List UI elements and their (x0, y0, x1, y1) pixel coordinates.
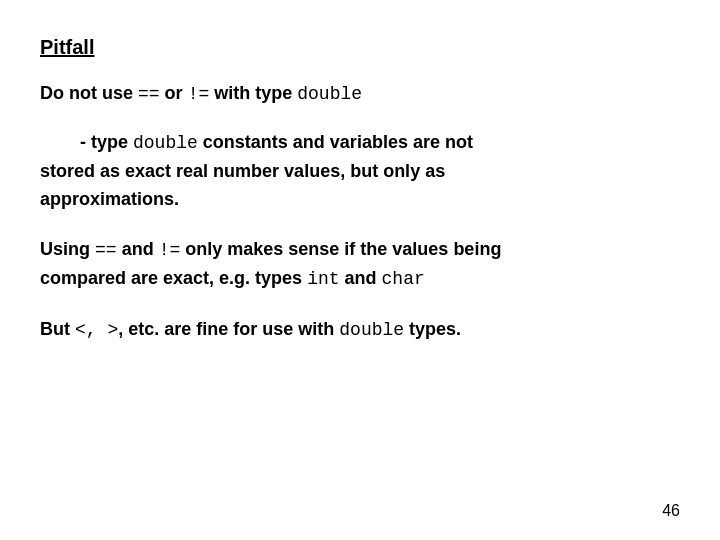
line3-type2: char (382, 269, 425, 289)
line3-line2: compared are exact, e.g. types (40, 268, 307, 288)
line3-prefix: Using (40, 239, 95, 259)
line1-connector: or (160, 83, 188, 103)
line4-prefix: But (40, 319, 75, 339)
line3-connector: and (117, 239, 159, 259)
line3-op1: == (95, 240, 117, 260)
line3-op2: != (159, 240, 181, 260)
block1-line3: approximations. (40, 186, 680, 214)
line1-type: double (297, 84, 362, 104)
line3-type1: int (307, 269, 339, 289)
line1-suffix: with type (209, 83, 297, 103)
line4-suffix: , etc. are fine for use with (118, 319, 339, 339)
line4-type: double (339, 320, 404, 340)
line1-op2: != (188, 84, 210, 104)
line1-prefix: Do not use (40, 83, 138, 103)
block1-rest: constants and variables are not (198, 132, 473, 152)
line3-middle: and (340, 268, 382, 288)
line1-op1: == (138, 84, 160, 104)
page-number: 46 (662, 502, 680, 520)
block1-type: double (133, 133, 198, 153)
block1-indent-line: - type double constants and variables ar… (80, 132, 473, 152)
slide-title: Pitfall (40, 36, 680, 59)
line3-suffix: only makes sense if the values being (180, 239, 501, 259)
line4-end: types. (404, 319, 461, 339)
block1-line2: stored as exact real number values, but … (40, 158, 680, 186)
line4-ops: <, > (75, 320, 118, 340)
block1-prefix: - type (80, 132, 133, 152)
line4-text: But <, >, etc. are fine for use with dou… (40, 316, 680, 345)
line1-text: Do not use == or != with type double (40, 81, 680, 107)
line3-text: Using == and != only makes sense if the … (40, 236, 680, 294)
slide-container: Pitfall Do not use == or != with type do… (0, 0, 720, 540)
block1-text: - type double constants and variables ar… (40, 129, 680, 214)
